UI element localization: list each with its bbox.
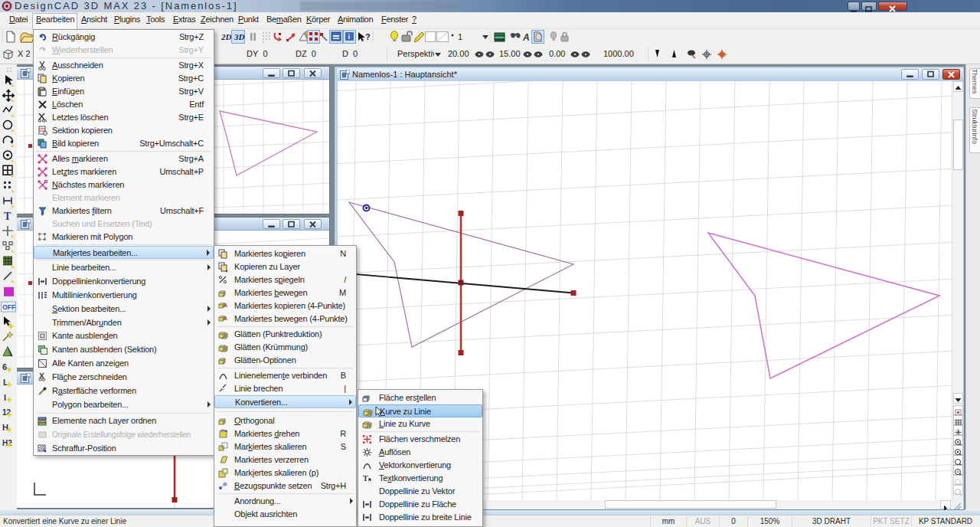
svg-text:A: A — [224, 316, 227, 321]
svg-text:T: T — [363, 474, 368, 483]
svg-text:1: 1 — [458, 32, 462, 41]
svg-text:A: A — [522, 32, 530, 43]
svg-text:L: L — [3, 378, 8, 387]
svg-text:H2: H2 — [2, 439, 12, 447]
svg-text:6: 6 — [2, 362, 7, 372]
svg-text:2D: 2D — [220, 32, 232, 41]
svg-text:3D: 3D — [234, 32, 245, 41]
svg-text:T: T — [4, 211, 11, 222]
svg-text:OFF: OFF — [2, 303, 15, 311]
svg-text:I: I — [4, 393, 6, 402]
svg-text:?: ? — [365, 32, 371, 41]
svg-text:H: H — [2, 423, 8, 432]
svg-text:i: i — [348, 33, 351, 41]
svg-text:A: A — [224, 303, 227, 308]
